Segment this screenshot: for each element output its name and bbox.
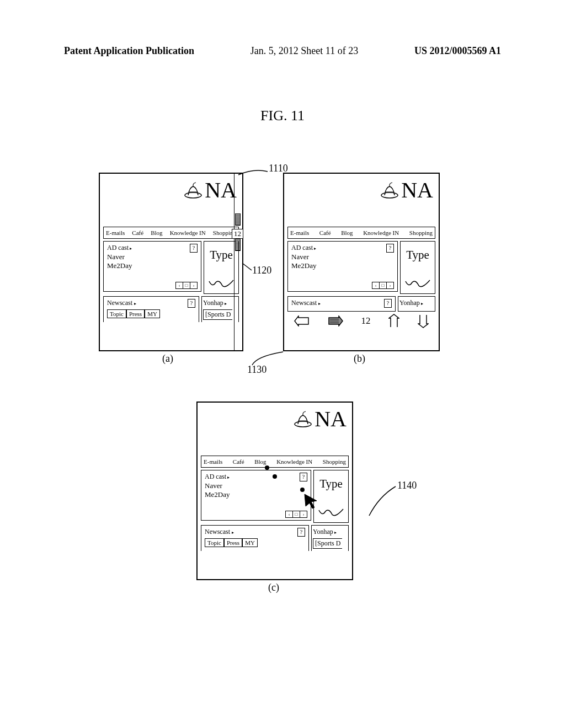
nav-item[interactable]: Café xyxy=(132,229,143,236)
ad-box: AD cast▸ ? Naver Me2Day ‹ □ › xyxy=(287,241,398,292)
help-icon[interactable]: ? xyxy=(188,299,195,308)
tab-topic[interactable]: Topic xyxy=(205,538,224,547)
logo-row: NA xyxy=(100,174,242,207)
nav-item[interactable]: Knowledge IN xyxy=(170,229,206,236)
tab-my[interactable]: MY xyxy=(242,538,258,547)
mid-row: AD cast▸ ? Naver Me2Day ‹ □ › Type xyxy=(287,241,435,294)
nav-item[interactable]: Blog xyxy=(151,229,162,236)
ref-1140: 1140 xyxy=(397,480,417,491)
news-right: Yonhap▸ xyxy=(398,296,435,312)
cursor-icon xyxy=(303,493,319,508)
news-right: Yonhap▸ [Sports D xyxy=(201,296,239,322)
nav-row: E-mails Café Blog Knowledge IN Shopping xyxy=(287,227,435,239)
nav-item[interactable]: Knowledge IN xyxy=(363,229,399,236)
ad-text1: Naver xyxy=(291,253,394,261)
caption-b: (b) xyxy=(354,353,365,365)
nav-item[interactable]: E-mails xyxy=(204,458,222,465)
pager[interactable]: ‹ □ › xyxy=(372,282,394,289)
help-icon[interactable]: ? xyxy=(300,473,307,481)
nav-item[interactable]: Shopping xyxy=(409,229,433,236)
logo-text: NA xyxy=(401,177,433,203)
nav-item[interactable]: Blog xyxy=(254,458,266,465)
nav-item[interactable]: E-mails xyxy=(290,229,309,236)
mid-row: AD cast▸ ? Naver Me2Day ‹ □ › Type xyxy=(103,241,239,294)
squiggle-icon xyxy=(208,278,234,290)
arrow-up-icon[interactable] xyxy=(388,314,399,328)
tab-topic[interactable]: Topic xyxy=(107,309,126,318)
logo-hat-icon xyxy=(184,181,202,200)
logo: NA xyxy=(184,177,237,203)
help-icon[interactable]: ? xyxy=(384,299,392,308)
nav-item[interactable]: Knowledge IN xyxy=(276,458,312,465)
panel-c: NA E-mails Café Blog Knowledge IN Shoppi… xyxy=(196,402,353,580)
nav-item[interactable]: Café xyxy=(233,458,244,465)
nav-item[interactable]: Shopping xyxy=(323,458,346,465)
header-left: Patent Application Publication xyxy=(64,45,194,57)
type-label: Type xyxy=(319,477,343,490)
ad-box: AD cast▸ ? Naver Me2Day ‹ □ › xyxy=(201,470,311,521)
tab-press[interactable]: Press xyxy=(224,538,242,547)
figure-title: FIG. 11 xyxy=(0,108,565,124)
caption-c: (c) xyxy=(268,582,279,593)
panel-a: NA E-mails Café Blog Knowledge IN Shoppi… xyxy=(99,173,243,351)
logo-text: NA xyxy=(315,406,347,432)
ad-box: AD cast▸ ? Naver Me2Day ‹ □ › xyxy=(103,241,201,292)
trail-dot xyxy=(273,474,277,479)
ad-title: AD cast▸ xyxy=(291,244,394,252)
trail-dot xyxy=(265,465,269,470)
ad-title: AD cast▸ xyxy=(205,473,307,481)
nav-row: E-mails Café Blog Knowledge IN Shopping xyxy=(103,227,239,239)
scrollbar[interactable] xyxy=(234,174,241,350)
type-box: Type xyxy=(400,241,435,294)
scroll-position: 12 xyxy=(232,229,243,239)
ref-1120: 1120 xyxy=(252,265,271,276)
ad-text2: Me2Day xyxy=(107,262,198,270)
svg-point-0 xyxy=(185,192,201,198)
ad-title: AD cast▸ xyxy=(107,244,198,252)
arrow-right-icon[interactable] xyxy=(328,315,343,326)
svg-point-2 xyxy=(295,421,311,427)
news-row: Newscast▸ ? Topic Press MY Yonhap▸ [Spor… xyxy=(103,296,239,322)
pager[interactable]: ‹ □ › xyxy=(285,511,307,518)
leader-1130 xyxy=(251,351,284,367)
help-icon[interactable]: ? xyxy=(190,244,198,253)
arrow-down-icon[interactable] xyxy=(418,314,429,328)
nav-row: E-mails Café Blog Knowledge IN Shopping xyxy=(201,456,349,468)
help-icon[interactable]: ? xyxy=(297,528,305,537)
news-row: Newscast▸ ? Yonhap▸ xyxy=(287,296,435,312)
nav-item[interactable]: Blog xyxy=(341,229,353,236)
squiggle-icon xyxy=(318,507,344,519)
leader-1140 xyxy=(368,485,398,518)
page-number: 12 xyxy=(361,315,370,326)
panel-b: NA E-mails Café Blog Knowledge IN Shoppi… xyxy=(283,173,440,351)
help-icon[interactable]: ? xyxy=(386,244,394,253)
tab-press[interactable]: Press xyxy=(126,309,145,318)
pager[interactable]: ‹ □ › xyxy=(175,282,198,289)
news-left: Newscast▸ ? Topic Press MY xyxy=(103,296,199,322)
news-right: Yonhap▸ [Sports D xyxy=(311,525,349,551)
trail-dot xyxy=(300,488,305,492)
tab-my[interactable]: MY xyxy=(145,309,160,318)
type-label: Type xyxy=(210,248,233,261)
topic-row: Topic Press MY xyxy=(205,538,305,547)
arrow-left-icon[interactable] xyxy=(294,315,310,326)
logo-row: NA xyxy=(284,174,439,207)
svg-point-1 xyxy=(381,192,398,198)
nav-item[interactable]: Café xyxy=(319,229,331,236)
topic-row: Topic Press MY xyxy=(107,309,195,318)
nav-item[interactable]: E-mails xyxy=(106,229,125,236)
ad-text2: Me2Day xyxy=(291,262,394,270)
caption-a: (a) xyxy=(162,353,173,365)
control-bar: 12 xyxy=(284,312,439,330)
squiggle-icon xyxy=(404,278,431,290)
ad-text1: Naver xyxy=(205,482,307,490)
logo-hat-icon xyxy=(294,410,312,429)
news-row: Newscast▸ ? Topic Press MY Yonhap▸ [Spor… xyxy=(201,525,349,551)
ad-text1: Naver xyxy=(107,253,198,261)
logo-hat-icon xyxy=(380,181,399,200)
logo-row: NA xyxy=(198,403,352,436)
logo: NA xyxy=(380,177,433,203)
type-label: Type xyxy=(406,248,429,261)
page-header: Patent Application Publication Jan. 5, 2… xyxy=(64,45,501,57)
header-center: Jan. 5, 2012 Sheet 11 of 23 xyxy=(250,45,358,57)
